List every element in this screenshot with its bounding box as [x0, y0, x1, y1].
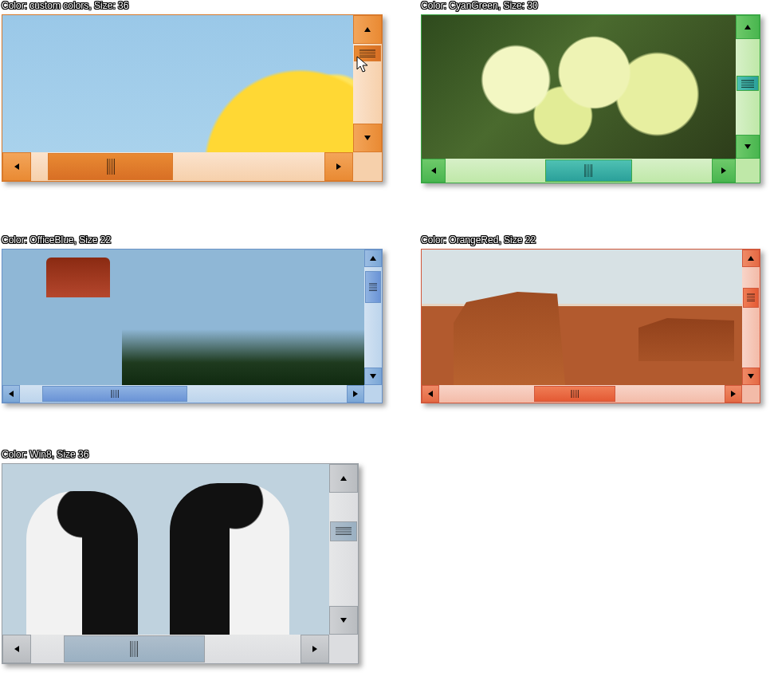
panel-orangered: Color: OrangeRed, Size 22 [421, 234, 764, 403]
scrollbar-track[interactable] [736, 39, 760, 135]
scrollbar-thumb[interactable] [545, 159, 632, 182]
horizontal-scrollbar[interactable] [2, 385, 364, 403]
scroll-up-button[interactable] [353, 15, 382, 44]
image-viewer [421, 249, 760, 403]
image-viewer [2, 463, 359, 664]
scrollbar-thumb[interactable] [743, 288, 759, 308]
panel-win8: Color: Win8, Size 36 [2, 449, 360, 664]
scroll-right-button[interactable] [712, 159, 736, 183]
scrollbar-corner [736, 159, 760, 183]
panel-label: Color: custom colors, Size: 36 [2, 0, 384, 11]
scrollbar-track[interactable] [439, 385, 725, 403]
chevron-left-icon [9, 391, 14, 397]
panel-officeblue: Color: OfficeBlue, Size 22 [2, 234, 384, 403]
scrollbar-thumb[interactable] [354, 45, 381, 61]
scrollbar-thumb[interactable] [737, 76, 759, 91]
scrollbar-track[interactable] [20, 385, 347, 403]
chevron-up-icon [370, 256, 376, 261]
scroll-down-button[interactable] [736, 135, 760, 159]
chevron-right-icon [336, 163, 341, 170]
image-viewer [2, 14, 383, 182]
panel-label: Color: OrangeRed, Size 22 [421, 234, 764, 246]
chevron-down-icon [340, 618, 347, 623]
chevron-up-icon [748, 256, 754, 261]
scrollbar-track[interactable] [353, 44, 382, 124]
scrollbar-corner [364, 385, 382, 403]
vertical-scrollbar[interactable] [353, 15, 382, 152]
horizontal-scrollbar[interactable] [422, 385, 742, 403]
scroll-left-button[interactable] [2, 152, 31, 181]
scrollbar-thumb[interactable] [64, 635, 206, 663]
horizontal-scrollbar[interactable] [422, 159, 736, 183]
scrollbar-track[interactable] [742, 267, 760, 368]
scrollbar-thumb[interactable] [42, 386, 187, 402]
panel-label: Color: CyanGreen, Size: 30 [421, 0, 764, 11]
image-viewer [2, 249, 383, 403]
scroll-right-button[interactable] [301, 635, 329, 663]
scroll-down-button[interactable] [742, 368, 760, 385]
image-content [422, 250, 742, 385]
horizontal-scrollbar[interactable] [2, 152, 353, 181]
scroll-up-button[interactable] [736, 15, 760, 39]
horizontal-scrollbar[interactable] [2, 635, 329, 663]
scroll-up-button[interactable] [364, 250, 382, 267]
scroll-left-button[interactable] [422, 159, 446, 183]
chevron-right-icon [731, 391, 736, 397]
scrollbar-thumb[interactable] [534, 386, 615, 402]
chevron-left-icon [431, 167, 436, 174]
scrollbar-track[interactable] [329, 493, 358, 606]
panel-label: Color: OfficeBlue, Size 22 [2, 234, 384, 246]
scroll-left-button[interactable] [422, 385, 439, 403]
panel-cyangreen: Color: CyanGreen, Size: 30 [421, 0, 764, 183]
chevron-up-icon [340, 476, 347, 481]
vertical-scrollbar[interactable] [364, 250, 382, 385]
chevron-left-icon [428, 391, 433, 397]
chevron-down-icon [370, 374, 376, 379]
image-content [2, 250, 364, 385]
scroll-right-button[interactable] [725, 385, 742, 403]
scrollbar-corner [353, 152, 382, 181]
vertical-scrollbar[interactable] [742, 250, 760, 385]
chevron-up-icon [364, 27, 371, 32]
scroll-right-button[interactable] [347, 385, 364, 403]
scrollbar-thumb[interactable] [365, 271, 381, 303]
image-content [422, 15, 736, 159]
scrollbar-track[interactable] [31, 635, 301, 663]
panel-custom-colors: Color: custom colors, Size: 36 [2, 0, 384, 182]
image-content [2, 464, 329, 635]
image-viewer [421, 14, 760, 183]
vertical-scrollbar[interactable] [736, 15, 760, 159]
scroll-up-button[interactable] [329, 464, 358, 493]
scroll-left-button[interactable] [2, 385, 20, 403]
chevron-down-icon [744, 144, 751, 149]
chevron-right-icon [353, 391, 358, 397]
scrollbar-track[interactable] [364, 267, 382, 368]
chevron-left-icon [14, 646, 19, 652]
scroll-down-button[interactable] [353, 124, 382, 152]
scrollbar-corner [742, 385, 760, 403]
scroll-up-button[interactable] [742, 250, 760, 267]
scroll-down-button[interactable] [329, 606, 358, 635]
scroll-right-button[interactable] [324, 152, 353, 181]
panel-label: Color: Win8, Size 36 [2, 449, 360, 460]
scrollbar-track[interactable] [446, 159, 712, 183]
chevron-right-icon [721, 167, 726, 174]
vertical-scrollbar[interactable] [329, 464, 358, 635]
scrollbar-corner [329, 635, 358, 663]
image-content [2, 15, 353, 152]
chevron-right-icon [312, 646, 317, 652]
scroll-down-button[interactable] [364, 368, 382, 385]
chevron-left-icon [14, 163, 19, 170]
chevron-down-icon [364, 136, 371, 140]
chevron-down-icon [748, 374, 754, 379]
scrollbar-thumb[interactable] [48, 153, 173, 180]
scrollbar-track[interactable] [31, 152, 324, 181]
scrollbar-thumb[interactable] [330, 521, 357, 541]
chevron-up-icon [744, 25, 751, 29]
scroll-left-button[interactable] [2, 635, 31, 663]
